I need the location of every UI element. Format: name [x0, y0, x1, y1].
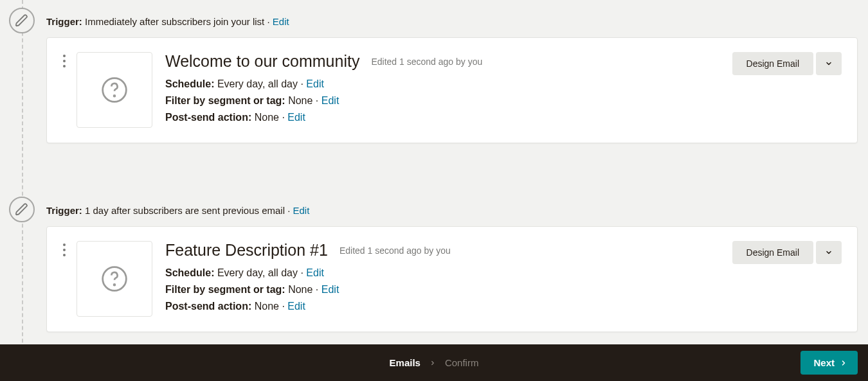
timeline-line [22, 0, 23, 381]
edit-filter-link[interactable]: Edit [321, 284, 339, 295]
edit-trigger-link[interactable]: Edit [273, 16, 289, 27]
schedule-row: Schedule: Every day, all day · Edit [165, 78, 732, 90]
question-icon [100, 265, 129, 293]
email-card: Feature Description #1 Edited 1 second a… [46, 226, 858, 332]
trigger-edit-icon[interactable] [9, 8, 35, 33]
svg-point-3 [114, 284, 115, 285]
trigger-text: Trigger: Immediately after subscribers j… [46, 15, 289, 28]
next-button[interactable]: Next [800, 351, 858, 375]
edit-filter-link[interactable]: Edit [321, 95, 339, 106]
trigger-text: Trigger: 1 day after subscribers are sen… [46, 204, 309, 217]
breadcrumb: Emails Confirm [390, 357, 479, 368]
chevron-down-icon [825, 60, 833, 67]
edit-schedule-link[interactable]: Edit [306, 267, 324, 278]
design-email-button[interactable]: Design Email [732, 241, 813, 264]
trigger-value: 1 day after subscribers are sent previou… [85, 205, 285, 216]
edit-trigger-link[interactable]: Edit [293, 205, 310, 216]
email-thumbnail[interactable] [77, 52, 152, 128]
pencil-icon [15, 202, 29, 217]
footer-bar: Emails Confirm Next [0, 344, 868, 381]
trigger-label: Trigger: [46, 16, 82, 27]
chevron-down-icon [825, 249, 833, 256]
email-card: Welcome to our community Edited 1 second… [46, 37, 858, 143]
pencil-icon [15, 13, 29, 28]
email-meta: Edited 1 second ago by you [371, 57, 482, 67]
trigger-value: Immediately after subscribers join your … [85, 16, 264, 27]
email-thumbnail[interactable] [77, 241, 152, 317]
separator: · [267, 16, 272, 27]
email-title: Welcome to our community [165, 52, 359, 71]
email-meta: Edited 1 second ago by you [339, 245, 451, 256]
email-title: Feature Description #1 [165, 241, 328, 260]
breadcrumb-step-emails[interactable]: Emails [390, 357, 420, 368]
separator: · [287, 205, 293, 216]
edit-schedule-link[interactable]: Edit [306, 78, 324, 89]
chevron-right-icon [429, 357, 436, 368]
edit-post-send-link[interactable]: Edit [287, 112, 305, 123]
trigger-label: Trigger: [46, 205, 82, 216]
post-send-row: Post-send action: None · Edit [165, 301, 732, 312]
design-email-button[interactable]: Design Email [732, 52, 813, 75]
filter-row: Filter by segment or tag: None · Edit [165, 284, 732, 296]
edit-post-send-link[interactable]: Edit [287, 301, 305, 312]
design-email-dropdown[interactable] [816, 241, 842, 264]
post-send-row: Post-send action: None · Edit [165, 112, 732, 123]
trigger-edit-icon[interactable] [9, 197, 35, 222]
schedule-row: Schedule: Every day, all day · Edit [165, 267, 732, 279]
card-more-menu[interactable] [59, 52, 70, 67]
design-email-dropdown[interactable] [816, 52, 842, 75]
breadcrumb-step-confirm[interactable]: Confirm [445, 357, 479, 368]
chevron-right-icon [840, 359, 847, 367]
question-icon [100, 76, 129, 104]
filter-row: Filter by segment or tag: None · Edit [165, 95, 732, 107]
card-more-menu[interactable] [59, 241, 70, 256]
svg-point-1 [114, 95, 115, 96]
